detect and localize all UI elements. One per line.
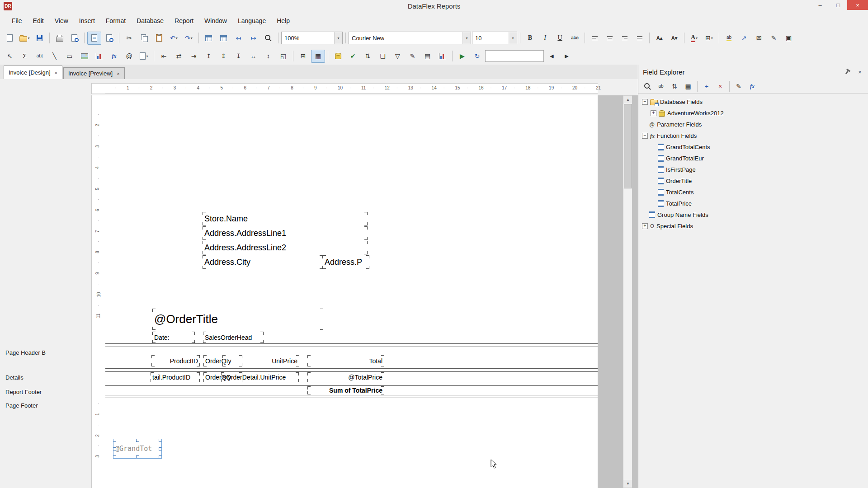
chevron-down-icon[interactable]: ▾: [462, 32, 471, 44]
redo-icon[interactable]: ↷▾: [182, 32, 196, 45]
import-data-icon[interactable]: ↤: [231, 32, 245, 45]
insert-text-icon[interactable]: ab|: [33, 50, 47, 63]
insert-image-icon[interactable]: [77, 50, 91, 63]
field-header-productid[interactable]: ProductID: [151, 355, 200, 366]
sort-fields-icon[interactable]: ⇅: [668, 80, 681, 92]
field-address-line1[interactable]: Address.AddressLine1: [203, 226, 368, 240]
insert-field-icon[interactable]: +: [700, 80, 713, 92]
font-size-combo[interactable]: 10▾: [472, 32, 517, 44]
insert-summary-icon[interactable]: Σ: [18, 50, 32, 63]
edit-field-icon[interactable]: ✎: [732, 80, 745, 92]
decrease-font-icon[interactable]: A▾: [667, 32, 681, 45]
delete-field-icon[interactable]: ×: [714, 80, 726, 92]
selection-handle[interactable]: [113, 447, 116, 450]
snap-to-grid-icon[interactable]: ⊞: [296, 50, 310, 63]
expander-minus-icon[interactable]: −: [642, 99, 648, 105]
menu-file[interactable]: File: [6, 14, 28, 28]
align-justify-icon[interactable]: [632, 32, 646, 45]
tab-invoice-preview[interactable]: Invoice [Preview]×: [63, 67, 125, 79]
export-report-icon[interactable]: ↗: [737, 32, 751, 45]
selection-handle[interactable]: [136, 455, 139, 459]
menu-edit[interactable]: Edit: [28, 14, 49, 28]
insert-section-icon[interactable]: ▾: [137, 50, 151, 63]
close-icon[interactable]: ×: [55, 70, 57, 75]
selection-handle[interactable]: [159, 439, 162, 442]
insert-function-icon[interactable]: fx: [107, 50, 121, 63]
tree-item[interactable]: Group Name Fields: [639, 209, 868, 221]
underline-icon[interactable]: U: [553, 32, 567, 45]
select-expert-icon[interactable]: ▽: [391, 50, 405, 63]
paste-icon[interactable]: [152, 32, 166, 45]
links-icon[interactable]: ▣: [782, 32, 796, 45]
selection-handle[interactable]: [113, 439, 116, 442]
menu-report[interactable]: Report: [169, 14, 199, 28]
vertical-scrollbar[interactable]: ▲ ▼: [623, 95, 633, 488]
field-sum-totalprice[interactable]: Sum of TotalPrice: [307, 386, 384, 394]
selection-handle[interactable]: [136, 439, 139, 442]
print-preview-icon[interactable]: [67, 32, 81, 45]
preview-view-icon[interactable]: [102, 32, 116, 45]
next-page-icon[interactable]: ►: [560, 50, 574, 63]
open-report-icon[interactable]: ▾: [18, 32, 32, 45]
menu-format[interactable]: Format: [100, 14, 131, 28]
vertical-ruler[interactable]: 2·3·4·5·6·7·8·9·10·11·1·2·3·: [91, 95, 106, 488]
chevron-down-icon[interactable]: ▾: [509, 32, 517, 44]
insert-parameter-icon[interactable]: @: [122, 50, 136, 63]
align-rights-icon[interactable]: ⇥: [187, 50, 201, 63]
tree-item[interactable]: TotalCents: [639, 187, 868, 198]
section-expert-icon[interactable]: ▤: [420, 50, 434, 63]
field-detail-totalprice[interactable]: @TotalPrice: [307, 372, 384, 382]
email-icon[interactable]: ✉: [752, 32, 766, 45]
field-store-name[interactable]: Store.Name: [203, 212, 368, 225]
align-lefts-icon[interactable]: ⇤: [157, 50, 171, 63]
print-icon[interactable]: [52, 32, 66, 45]
horizontal-ruler[interactable]: 1·2·3·4·5·6·7·8·9·10·11·12·13·14·15·16·1…: [105, 83, 598, 94]
undo-icon[interactable]: ↶▾: [167, 32, 181, 45]
export-data-icon[interactable]: ↦: [246, 32, 260, 45]
bold-icon[interactable]: B: [523, 32, 537, 45]
field-address-line2[interactable]: Address.AddressLine2: [203, 241, 368, 254]
field-header-total[interactable]: Total: [307, 355, 384, 366]
expander-plus-icon[interactable]: +: [642, 223, 648, 229]
same-height-icon[interactable]: ↕: [261, 50, 275, 63]
font-color-icon[interactable]: A▾: [687, 32, 701, 45]
find-icon[interactable]: [261, 32, 275, 45]
align-right-icon[interactable]: [618, 32, 632, 45]
tree-item[interactable]: +ΩSpecial Fields: [639, 221, 868, 232]
selection-handle[interactable]: [159, 447, 162, 450]
field-grand-total[interactable]: @GrandTot: [113, 439, 162, 459]
verify-database-icon[interactable]: ✔: [346, 50, 360, 63]
field-view-icon[interactable]: ▤: [682, 80, 694, 92]
expression-icon[interactable]: fx: [746, 80, 759, 92]
rename-field-icon[interactable]: ab: [655, 80, 667, 92]
tree-item[interactable]: OrderTitle: [639, 175, 868, 187]
scroll-up-icon[interactable]: ▲: [623, 96, 632, 103]
field-order-title[interactable]: @OrderTitle: [152, 309, 323, 330]
align-centers-icon[interactable]: ⇄: [172, 50, 186, 63]
scroll-down-icon[interactable]: ▼: [623, 480, 632, 488]
copy-format-icon[interactable]: ✎: [767, 32, 781, 45]
run-report-icon[interactable]: ▶: [455, 50, 469, 63]
select-tool-icon[interactable]: ↖: [3, 50, 17, 63]
chevron-down-icon[interactable]: ▾: [334, 32, 342, 44]
save-report-icon[interactable]: [33, 32, 47, 45]
refresh-data-icon[interactable]: ↻: [470, 50, 484, 63]
insert-box-icon[interactable]: ▭: [62, 50, 76, 63]
new-report-icon[interactable]: [3, 32, 17, 45]
strikethrough-icon[interactable]: abe: [568, 32, 582, 45]
italic-icon[interactable]: I: [538, 32, 552, 45]
insert-db-field-icon[interactable]: [202, 32, 216, 45]
menu-database[interactable]: Database: [131, 14, 169, 28]
align-bottoms-icon[interactable]: ↧: [231, 50, 245, 63]
font-combo[interactable]: Courier New▾: [349, 32, 471, 44]
show-grid-icon[interactable]: ▦: [311, 50, 325, 63]
align-center-icon[interactable]: [603, 32, 617, 45]
same-size-icon[interactable]: ◱: [276, 50, 290, 63]
cut-icon[interactable]: ✂: [122, 32, 136, 45]
design-view-icon[interactable]: [87, 32, 101, 45]
selection-handle[interactable]: [113, 455, 116, 459]
formula-workshop-icon[interactable]: ✎: [406, 50, 420, 63]
field-address-city[interactable]: Address.City: [203, 255, 323, 269]
maximize-button[interactable]: □: [829, 0, 847, 10]
scrollbar-thumb[interactable]: [624, 104, 632, 188]
